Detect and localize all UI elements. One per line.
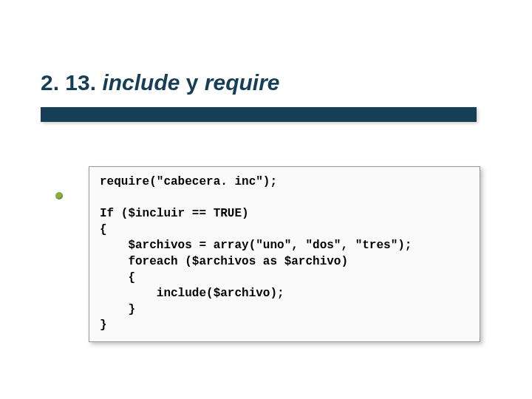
code-line: { bbox=[100, 271, 135, 284]
title-section-number: 2. 13. bbox=[41, 70, 96, 95]
code-content: require("cabecera. inc"); If ($incluir =… bbox=[100, 174, 469, 334]
code-line: include($archivo); bbox=[100, 287, 284, 300]
title-underline-bar bbox=[41, 107, 477, 122]
code-line: foreach ($archivos as $archivo) bbox=[100, 255, 348, 268]
slide-title: 2. 13. include y require bbox=[41, 70, 280, 95]
code-line: require("cabecera. inc"); bbox=[100, 175, 277, 188]
code-line: } bbox=[100, 303, 135, 316]
code-block: require("cabecera. inc"); If ($incluir =… bbox=[89, 166, 480, 342]
slide: 2. 13. include y require require("cabece… bbox=[0, 0, 532, 399]
title-include: include bbox=[102, 70, 180, 95]
code-line: { bbox=[100, 223, 107, 236]
title-require: require bbox=[205, 70, 280, 95]
title-y: y bbox=[186, 70, 199, 95]
code-line: $archivos = array("uno", "dos", "tres"); bbox=[100, 239, 412, 252]
code-line: If ($incluir == TRUE) bbox=[100, 207, 249, 220]
bullet-icon bbox=[55, 192, 63, 200]
code-line: } bbox=[100, 318, 107, 332]
